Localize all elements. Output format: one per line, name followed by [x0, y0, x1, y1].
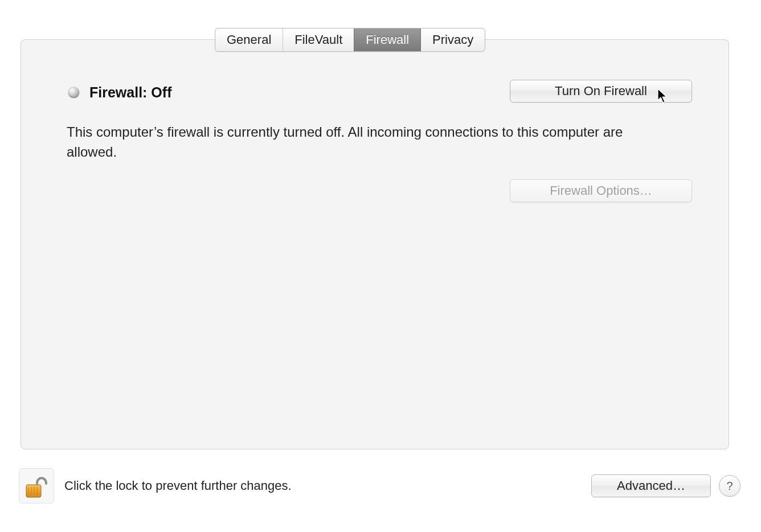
lock-hint-text: Click the lock to prevent further change… — [64, 478, 591, 493]
turn-on-firewall-button[interactable]: Turn On Firewall — [510, 80, 692, 103]
security-tabs: General FileVault Firewall Privacy — [215, 28, 485, 52]
lock-button[interactable] — [19, 468, 54, 504]
status-indicator-icon — [68, 87, 79, 98]
firewall-status-title: Firewall: Off — [89, 84, 171, 101]
tab-general[interactable]: General — [215, 28, 283, 51]
unlocked-lock-icon — [24, 472, 48, 500]
footer-bar: Click the lock to prevent further change… — [19, 466, 740, 506]
tab-firewall[interactable]: Firewall — [354, 28, 420, 51]
firewall-status-row: Firewall: Off — [68, 84, 171, 101]
help-button[interactable]: ? — [719, 475, 740, 497]
firewall-description: This computer’s firewall is currently tu… — [67, 122, 636, 162]
advanced-button[interactable]: Advanced… — [591, 474, 711, 497]
tab-filevault[interactable]: FileVault — [283, 28, 354, 51]
firewall-options-button: Firewall Options… — [510, 179, 692, 202]
tab-privacy[interactable]: Privacy — [420, 28, 485, 51]
